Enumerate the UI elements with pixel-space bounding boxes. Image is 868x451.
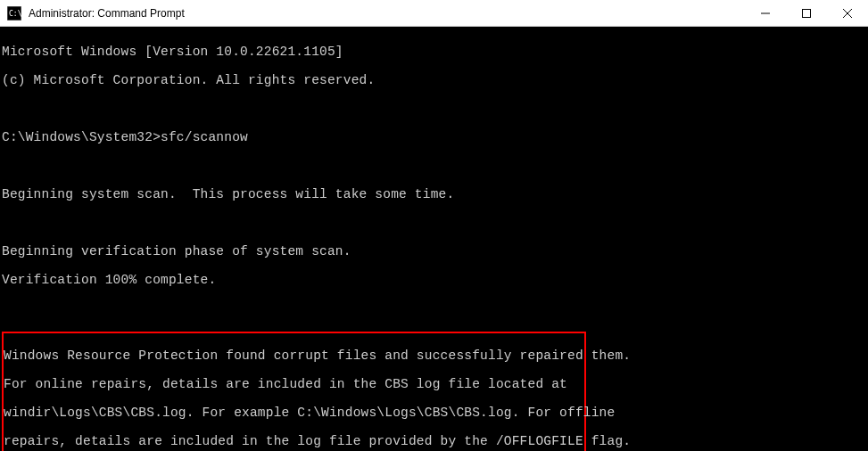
blank-line (2, 102, 866, 116)
prompt-line: C:\Windows\System32>sfc/scannow (2, 130, 866, 144)
output-line: Beginning verification phase of system s… (2, 244, 866, 258)
output-line: (c) Microsoft Corporation. All rights re… (2, 73, 866, 87)
close-button[interactable] (827, 0, 868, 26)
window-title: Administrator: Command Prompt (29, 7, 185, 20)
window-controls (745, 0, 868, 26)
terminal-output[interactable]: Microsoft Windows [Version 10.0.22621.11… (0, 27, 868, 451)
command-text: sfc/scannow (161, 130, 248, 144)
maximize-button[interactable] (786, 0, 827, 26)
prompt-path: C:\Windows\System32> (2, 130, 161, 144)
svg-text:C:\: C:\ (9, 10, 21, 18)
output-line: windir\Logs\CBS\CBS.log. For example C:\… (4, 406, 584, 420)
blank-line (2, 159, 866, 173)
highlight-annotation: Windows Resource Protection found corrup… (2, 332, 586, 451)
blank-line (2, 301, 866, 316)
output-line: Microsoft Windows [Version 10.0.22621.11… (2, 45, 866, 59)
output-line: Windows Resource Protection found corrup… (4, 348, 584, 363)
minimize-button[interactable] (745, 0, 786, 26)
output-line: Beginning system scan. This process will… (2, 187, 866, 201)
blank-line (2, 216, 866, 230)
titlebar-left: C:\ Administrator: Command Prompt (7, 6, 185, 20)
output-line: For online repairs, details are included… (4, 377, 584, 391)
cmd-icon: C:\ (7, 6, 21, 20)
output-line: Verification 100% complete. (2, 273, 866, 287)
window-titlebar: C:\ Administrator: Command Prompt (0, 0, 868, 27)
svg-rect-3 (803, 9, 811, 17)
output-line: repairs, details are included in the log… (4, 434, 584, 448)
